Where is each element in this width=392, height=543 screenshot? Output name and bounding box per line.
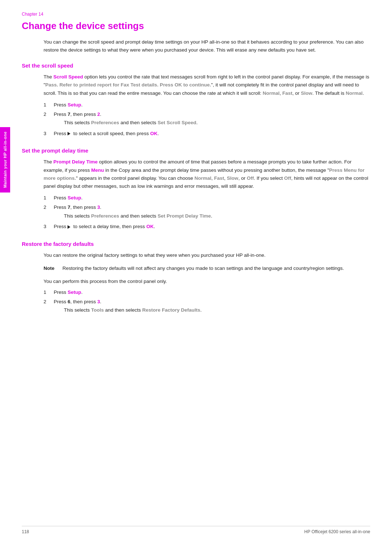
page-container: Maintain your HP all-in-one Chapter 14 C… [0,0,392,543]
section-body-scroll-speed: The Scroll Speed option lets you control… [44,73,370,137]
section-body-prompt-delay: The Prompt Delay Time option allows you … [44,158,370,230]
section-factory-defaults: Restore the factory defaults You can res… [22,241,370,316]
default-value: Normal [346,90,363,96]
pd-c1: , [211,175,214,181]
restore-label: Restore Factory Defaults [142,307,200,313]
set-scroll-label: Set Scroll Speed [158,120,196,125]
fd-step-num-2: 2 [44,298,54,306]
fd-setup-label: Setup [68,289,81,295]
step-num-1: 1 [44,101,54,109]
pd-key-3: 3 [97,204,100,210]
tools-label: Tools [91,307,104,313]
or-text: , or [293,90,301,96]
chapter-label: Chapter 14 [22,12,370,17]
factory-para2: You can perform this process from the co… [44,277,370,285]
section-heading-factory-defaults: Restore the factory defaults [22,241,370,247]
scroll-speed-steps: 1 Press Setup. 2 Press 7, then press 2. … [44,101,370,137]
pd-c2: , [224,175,227,181]
text-appears: " appears in the control panel display. … [76,175,195,181]
fd-step-2-sub: This selects Tools and then selects Rest… [64,306,370,314]
ok-label-1: OK [150,131,158,136]
pd-step-2-content: Press 7, then press 3. This selects Pref… [54,203,370,221]
footer: 118 HP Officejet 6200 series all-in-one [22,526,370,534]
fd-step-2-content: Press 6, then press 3. This selects Tool… [54,298,370,316]
fd-step-num-1: 1 [44,288,54,296]
note-block: Note Restoring the factory defaults will… [44,264,370,272]
pd-step-1: 1 Press Setup. [44,194,370,202]
fd-step-1: 1 Press Setup. [44,288,370,296]
comma1: , [279,90,282,96]
prompt-delay-term: Prompt Delay Time [53,159,98,165]
scroll-speed-term: Scroll Speed [53,74,83,80]
text-the: The [44,74,53,80]
pd-step-2-sub: This selects Preferences and then select… [64,212,370,220]
key-7: 7 [68,112,70,117]
pd-slow: Slow [227,175,238,181]
step-num-3: 3 [44,130,54,138]
pd-pref-label: Preferences [91,213,119,219]
key-2: 2 [97,112,100,117]
triangle-bullet-1 [68,132,70,135]
pd-or: , or [238,175,247,181]
text-copy-area: in the Copy area and the prompt delay ti… [104,167,329,173]
page-title: Change the device settings [22,20,370,32]
step-3-content: Press to select a scroll speed, then pre… [54,130,370,138]
step-2: 2 Press 7, then press 2. This selects Pr… [44,110,370,128]
side-tab: Maintain your HP all-in-one [0,127,10,193]
pd-normal: Normal [195,175,212,181]
main-content: Chapter 14 Change the device settings Yo… [22,0,370,316]
pd-step-1-content: Press Setup. [54,194,370,202]
pd-setup-label: Setup [68,195,81,200]
section-prompt-delay: Set the prompt delay time The Prompt Del… [22,147,370,230]
step-2-content: Press 7, then press 2. This selects Pref… [54,110,370,128]
step-num-2: 2 [44,110,54,118]
pd-key-7: 7 [68,204,70,210]
pd-step-3-content: Press to select a delay time, then press… [54,223,370,231]
pd-step-num-1: 1 [44,194,54,202]
section-body-factory-defaults: You can restore the original factory set… [44,251,370,316]
period1: . [363,90,364,96]
menu-label: Menu [91,167,104,173]
fd-key-6: 6 [68,299,70,304]
step-2-sub: This selects Preferences and then select… [64,119,370,127]
set-prompt-label: Set Prompt Delay Time [158,213,211,219]
text-the-2: The [44,159,53,165]
fd-step-1-content: Press Setup. [54,288,370,296]
footer-page-number: 118 [22,529,29,534]
scroll-speed-para: The Scroll Speed option lets you control… [44,73,370,97]
section-scroll-speed: Set the scroll speed The Scroll Speed op… [22,62,370,137]
pd-step-3: 3 Press to select a delay time, then pre… [44,223,370,231]
option-fast: Fast [282,90,293,96]
intro-paragraph: You can change the scroll speed and prom… [44,38,370,54]
triangle-bullet-2 [68,225,70,229]
note-content: Restoring the factory defaults will not … [62,264,370,272]
prompt-delay-steps: 1 Press Setup. 2 Press 7, then press 3. … [44,194,370,230]
step-3: 3 Press to select a scroll speed, then p… [44,130,370,138]
ok-label-2: OK [146,224,154,229]
side-tab-label: Maintain your HP all-in-one [3,131,7,188]
example-message: Pass. Refer to printed report for Fax Te… [45,82,211,88]
fd-step-2: 2 Press 6, then press 3. This selects To… [44,298,370,316]
pd-step-2: 2 Press 7, then press 3. This selects Pr… [44,203,370,221]
factory-steps: 1 Press Setup. 2 Press 6, then press 3. … [44,288,370,316]
option-normal: Normal [263,90,280,96]
pd-step-num-3: 3 [44,223,54,231]
pd-fast: Fast [214,175,224,181]
section-heading-prompt-delay: Set the prompt delay time [22,147,370,154]
prompt-delay-para: The Prompt Delay Time option allows you … [44,158,370,190]
note-label: Note [44,264,62,272]
fd-key-3: 3 [97,299,100,304]
step-1-content: Press Setup. [54,101,370,109]
footer-product-name: HP Officejet 6200 series all-in-one [304,529,370,534]
factory-para1: You can restore the original factory set… [44,251,370,259]
option-slow: Slow [301,90,313,96]
section-heading-scroll-speed: Set the scroll speed [22,62,370,69]
default-text: . The default is [312,90,346,96]
pref-label: Preferences [91,120,119,125]
step-1: 1 Press Setup. [44,101,370,109]
pd-off2: Off [284,175,291,181]
pd-if: . If you select [254,175,284,181]
setup-label-1: Setup [68,102,81,108]
pd-off: Off [247,175,254,181]
pd-step-num-2: 2 [44,203,54,211]
